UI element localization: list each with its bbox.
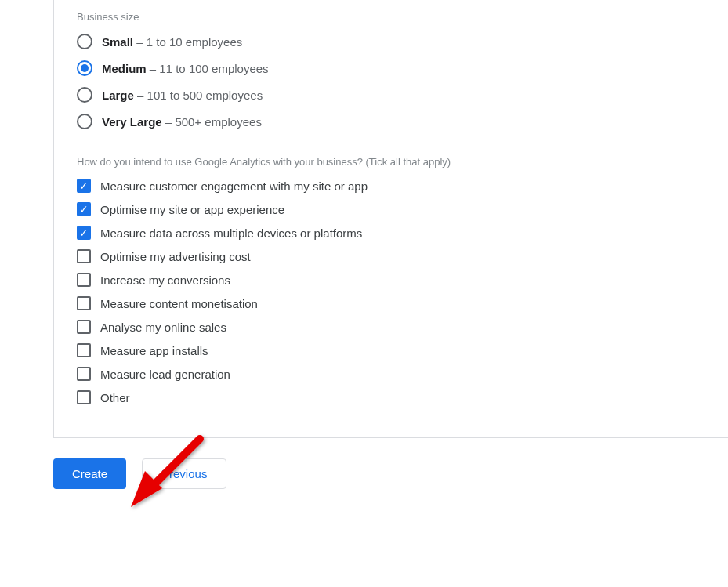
radio-dot-icon xyxy=(81,64,89,72)
checkbox-label: Analyse my online sales xyxy=(100,321,226,334)
checkbox-icon xyxy=(77,273,91,287)
checkbox-label: Optimise my advertising cost xyxy=(100,250,251,263)
checkbox-option-online-sales[interactable]: Analyse my online sales xyxy=(77,320,728,334)
checkbox-option-engagement[interactable]: ✓ Measure customer engagement with my si… xyxy=(77,179,728,193)
checkbox-label: Measure app installs xyxy=(100,344,208,357)
checkmark-icon: ✓ xyxy=(79,180,89,191)
usage-checkbox-group: ✓ Measure customer engagement with my si… xyxy=(77,179,728,404)
radio-option-large[interactable]: Large – 101 to 500 employees xyxy=(77,87,728,103)
checkbox-label: Increase my conversions xyxy=(100,274,230,287)
radio-icon xyxy=(77,87,92,103)
previous-button[interactable]: Previous xyxy=(142,458,226,489)
checkbox-icon: ✓ xyxy=(77,226,91,240)
checkbox-icon xyxy=(77,249,91,263)
checkbox-label: Other xyxy=(100,391,130,404)
checkbox-icon xyxy=(77,343,91,357)
checkmark-icon: ✓ xyxy=(79,227,89,238)
checkbox-icon: ✓ xyxy=(77,179,91,193)
button-row: Create Previous xyxy=(53,458,728,489)
radio-option-small[interactable]: Small – 1 to 10 employees xyxy=(77,34,728,49)
checkbox-label: Measure lead generation xyxy=(100,368,230,381)
checkbox-label: Measure customer engagement with my site… xyxy=(100,179,368,193)
radio-icon xyxy=(77,60,92,76)
checkbox-option-other[interactable]: Other xyxy=(77,390,728,404)
radio-option-medium[interactable]: Medium – 11 to 100 employees xyxy=(77,60,728,76)
checkmark-icon: ✓ xyxy=(79,204,89,215)
checkbox-icon xyxy=(77,320,91,334)
checkbox-option-multi-device[interactable]: ✓ Measure data across multiple devices o… xyxy=(77,226,728,240)
radio-label: Large – 101 to 500 employees xyxy=(102,89,263,102)
business-size-label: Business size xyxy=(77,11,728,23)
form-panel: Business size Small – 1 to 10 employees … xyxy=(53,0,728,438)
checkbox-label: Optimise my site or app experience xyxy=(100,203,284,216)
checkbox-icon xyxy=(77,390,91,404)
business-size-radio-group: Small – 1 to 10 employees Medium – 11 to… xyxy=(77,34,728,129)
checkbox-label: Measure data across multiple devices or … xyxy=(100,226,362,240)
create-button[interactable]: Create xyxy=(53,458,126,489)
radio-icon xyxy=(77,34,92,49)
checkbox-icon xyxy=(77,367,91,381)
checkbox-option-conversions[interactable]: Increase my conversions xyxy=(77,273,728,287)
radio-label: Very Large – 500+ employees xyxy=(102,115,262,129)
checkbox-option-optimise-experience[interactable]: ✓ Optimise my site or app experience xyxy=(77,202,728,216)
radio-label: Small – 1 to 10 employees xyxy=(102,35,242,49)
checkbox-option-monetisation[interactable]: Measure content monetisation xyxy=(77,296,728,310)
radio-option-very-large[interactable]: Very Large – 500+ employees xyxy=(77,114,728,129)
checkbox-option-ad-cost[interactable]: Optimise my advertising cost xyxy=(77,249,728,263)
checkbox-option-app-installs[interactable]: Measure app installs xyxy=(77,343,728,357)
radio-icon xyxy=(77,114,92,129)
checkbox-label: Measure content monetisation xyxy=(100,297,258,310)
checkbox-icon xyxy=(77,296,91,310)
radio-label: Medium – 11 to 100 employees xyxy=(102,62,269,75)
checkbox-icon: ✓ xyxy=(77,202,91,216)
checkbox-option-lead-gen[interactable]: Measure lead generation xyxy=(77,367,728,381)
usage-label: How do you intend to use Google Analytic… xyxy=(77,156,728,168)
